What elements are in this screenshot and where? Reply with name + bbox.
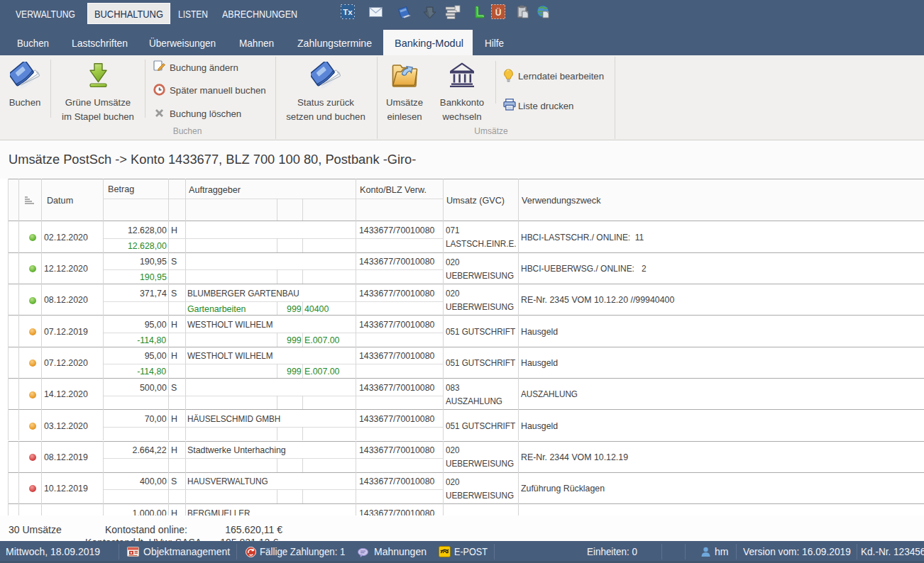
svg-text:Ü: Ü (495, 7, 502, 18)
svg-text:Tx: Tx (343, 8, 353, 16)
